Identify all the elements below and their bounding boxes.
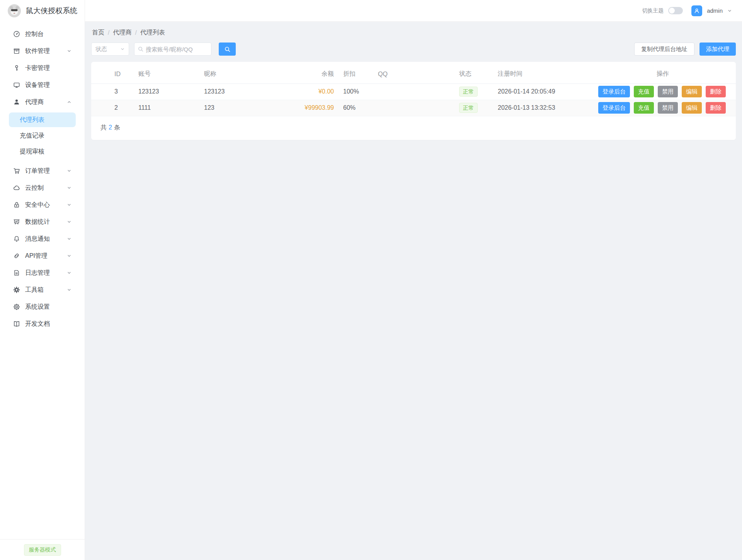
mouse-avatar-icon <box>8 4 21 17</box>
sidebar-item-software[interactable]: 软件管理 <box>0 43 85 60</box>
total-count: 共2条 <box>91 116 736 140</box>
edit-button[interactable]: 编辑 <box>682 102 702 114</box>
status-select-placeholder: 状态 <box>95 46 107 53</box>
status-badge: 正常 <box>459 103 478 113</box>
sidebar-item-security[interactable]: 安全中心 <box>0 196 85 213</box>
sidebar-item-order[interactable]: 订单管理 <box>0 162 85 179</box>
sidebar-item-agent[interactable]: 代理商 <box>0 94 85 111</box>
key-icon <box>13 65 20 71</box>
theme-toggle[interactable] <box>668 7 683 14</box>
breadcrumb: 首页/代理商/代理列表 <box>91 28 736 37</box>
cloud-icon <box>13 184 20 191</box>
delete-button[interactable]: 删除 <box>706 102 726 114</box>
column-header: 状态 <box>454 65 493 83</box>
sidebar-item-toolbox[interactable]: 工具箱 <box>0 281 85 298</box>
chevron-down-icon <box>67 271 71 275</box>
delete-button[interactable]: 删除 <box>706 86 726 97</box>
add-agent-button[interactable]: 添加代理 <box>699 43 736 56</box>
sidebar-item-api[interactable]: API管理 <box>0 247 85 264</box>
chevron-down-icon <box>67 254 71 258</box>
sidebar: 鼠大侠授权系统 控制台 软件管理 卡密管理 设备管理 代理商 代理列表充值记录提… <box>0 0 85 560</box>
column-header: 注册时间 <box>493 65 590 83</box>
chevron-down-icon[interactable] <box>727 9 732 13</box>
bell-icon <box>13 235 20 242</box>
sidebar-item-dashboard[interactable]: 控制台 <box>0 26 85 43</box>
chevron-down-icon <box>67 237 71 241</box>
recharge-button[interactable]: 充值 <box>634 102 654 114</box>
sidebar-footer: 服务器模式 <box>0 539 85 560</box>
chevron-down-icon <box>67 169 71 173</box>
table-row: 2 1111 123 ¥99903.99 60% 正常 2026-01-13 1… <box>91 100 736 116</box>
theme-toggle-label: 切换主题 <box>642 7 664 14</box>
dashboard-icon <box>13 31 20 37</box>
status-badge: 正常 <box>459 87 478 97</box>
app-title: 鼠大侠授权系统 <box>26 6 77 16</box>
chevron-down-icon <box>67 186 71 190</box>
column-header: 操作 <box>590 65 736 83</box>
column-header: 账号 <box>134 65 199 83</box>
column-header: QQ <box>373 65 454 83</box>
link-icon <box>13 252 20 259</box>
username[interactable]: admin <box>707 7 723 14</box>
lock-icon <box>13 201 20 208</box>
sidebar-subitem-recharge-records[interactable]: 充值记录 <box>9 128 76 143</box>
document-icon <box>13 269 20 276</box>
gear-filled-icon <box>13 286 20 293</box>
login-backend-button[interactable]: 登录后台 <box>598 86 630 97</box>
filter-row: 状态 复制代理后台地址 添加代理 <box>91 43 736 56</box>
sidebar-item-stats[interactable]: 数据统计 <box>0 213 85 230</box>
monitor-icon <box>13 82 20 89</box>
topbar: 切换主题 admin <box>85 0 742 22</box>
chevron-down-icon <box>67 220 71 224</box>
breadcrumb-item[interactable]: 代理商 <box>113 29 131 37</box>
main-content: 首页/代理商/代理列表 状态 复制代理后台地址 添加代理 <box>85 22 742 140</box>
chevron-up-icon <box>67 100 71 104</box>
book-icon <box>13 320 20 327</box>
person-icon <box>694 8 700 14</box>
search-button[interactable] <box>219 43 236 56</box>
breadcrumb-item: 代理列表 <box>140 29 165 37</box>
search-box <box>134 43 211 56</box>
sidebar-item-device[interactable]: 设备管理 <box>0 77 85 94</box>
package-icon <box>13 48 20 54</box>
agent-table: ID账号昵称余额折扣QQ状态注册时间操作 3 123123 123123 ¥0.… <box>91 65 736 116</box>
status-select[interactable]: 状态 <box>91 43 129 56</box>
login-backend-button[interactable]: 登录后台 <box>598 102 630 114</box>
sidebar-submenu-agent: 代理列表充值记录提现审核 <box>0 111 85 162</box>
chart-board-icon <box>13 218 20 225</box>
sidebar-item-logs[interactable]: 日志管理 <box>0 264 85 281</box>
agent-table-card: ID账号昵称余额折扣QQ状态注册时间操作 3 123123 123123 ¥0.… <box>91 62 736 140</box>
user-avatar[interactable] <box>691 5 702 16</box>
breadcrumb-item[interactable]: 首页 <box>92 29 104 37</box>
column-header: 昵称 <box>199 65 284 83</box>
search-icon <box>138 46 143 52</box>
sidebar-subitem-agent-list[interactable]: 代理列表 <box>9 112 76 127</box>
sidebar-item-settings[interactable]: 系统设置 <box>0 298 85 315</box>
disable-button[interactable]: 禁用 <box>658 102 678 114</box>
sidebar-item-cloud[interactable]: 云控制 <box>0 179 85 196</box>
app-logo: 鼠大侠授权系统 <box>0 0 85 22</box>
toggle-knob <box>669 8 675 14</box>
column-header: 折扣 <box>339 65 373 83</box>
user-icon <box>13 99 20 106</box>
sidebar-item-notify[interactable]: 消息通知 <box>0 230 85 247</box>
edit-button[interactable]: 编辑 <box>682 86 702 97</box>
sidebar-subitem-withdraw-review[interactable]: 提现审核 <box>9 144 76 159</box>
recharge-button[interactable]: 充值 <box>634 86 654 97</box>
column-header: ID <box>91 65 134 83</box>
cart-icon <box>13 167 20 174</box>
sidebar-item-docs[interactable]: 开发文档 <box>0 315 85 332</box>
sidebar-nav: 控制台 软件管理 卡密管理 设备管理 代理商 代理列表充值记录提现审核 订单管理… <box>0 22 85 539</box>
gear-icon <box>13 303 20 310</box>
sidebar-item-cardkey[interactable]: 卡密管理 <box>0 60 85 77</box>
disable-button[interactable]: 禁用 <box>658 86 678 97</box>
table-row: 3 123123 123123 ¥0.00 100% 正常 2026-01-14… <box>91 83 736 100</box>
chevron-down-icon <box>120 47 125 51</box>
search-icon <box>225 46 230 52</box>
chevron-down-icon <box>67 288 71 292</box>
server-mode-badge: 服务器模式 <box>24 544 61 556</box>
search-input[interactable] <box>146 46 208 53</box>
chevron-down-icon <box>67 49 71 53</box>
copy-agent-url-button[interactable]: 复制代理后台地址 <box>634 43 694 56</box>
column-header: 余额 <box>284 65 339 83</box>
